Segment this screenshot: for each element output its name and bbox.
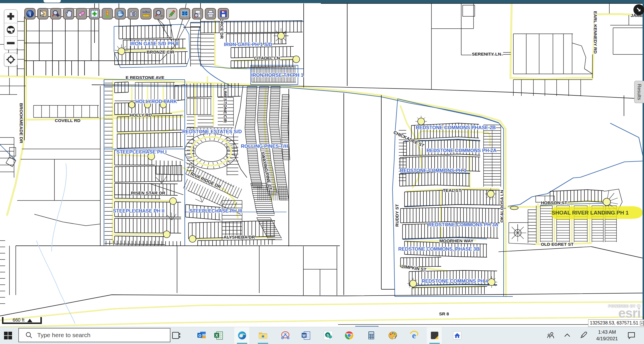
svg-text:HOLLY RD: HOLLY RD [129,113,152,117]
svg-text:REDSTONE COMMONS PHASE 2B: REDSTONE COMMONS PHASE 2B [416,125,496,130]
svg-text:OLD EGRET ST: OLD EGRET ST [541,242,574,247]
svg-text:OKALOOSA LN: OKALOOSA LN [499,190,504,223]
svg-text:ALYSHEBA DR: ALYSHEBA DR [223,235,255,239]
svg-text:XY: XY [160,15,163,17]
svg-text:EARL KENNEDY RD: EARL KENNEDY RD [593,11,598,54]
svg-text:HOBSON ST: HOBSON ST [541,200,568,205]
svg-text:REDSTONE COMMONS PH 1: REDSTONE COMMONS PH 1 [400,168,466,173]
svg-text:SR 8: SR 8 [439,311,449,316]
svg-text:?: ? [145,11,147,14]
svg-text:X: X [215,333,218,338]
svg-text:REDSTONE COMMONS PH 4: REDSTONE COMMONS PH 4 [422,278,488,284]
svg-text:HOLLYROD PARK: HOLLYROD PARK [135,99,177,104]
svg-text:REDSTONE COMMONS PH 3A: REDSTONE COMMONS PH 3A [428,222,498,227]
svg-text:E REDSTONE AVE: E REDSTONE AVE [126,75,164,80]
svg-text:REDSTONE ESTATES S/D: REDSTONE ESTATES S/D [182,129,242,134]
svg-text:MOORHEN WAY: MOORHEN WAY [439,238,474,243]
svg-text:REDSTONE COMMONS, PHASE 3B: REDSTONE COMMONS, PHASE 3B [398,246,480,252]
svg-text:TEAL ST: TEAL ST [443,188,462,193]
svg-text:BRONZE CIR: BRONZE CIR [147,50,174,54]
svg-text:IRON GATE PH 1 S/D: IRON GATE PH 1 S/D [224,42,272,47]
svg-text:SHOAL RIVER LANDING PH 1: SHOAL RIVER LANDING PH 1 [552,210,629,216]
svg-text:RUDDY ST: RUDDY ST [394,204,399,227]
svg-text:STEEPLECHASE PH II: STEEPLECHASE PH II [113,208,164,214]
svg-text:LIMESTONE CIR: LIMESTONE CIR [223,88,228,123]
svg-text:RISEN STAR DR: RISEN STAR DR [131,190,165,195]
svg-text:CITADEL LN: CITADEL LN [254,56,280,60]
svg-text:W: W [302,333,306,338]
svg-text:STEEPLECHASE PH III: STEEPLECHASE PH III [189,208,242,214]
svg-text:ROLLING PINES T/H: ROLLING PINES T/H [241,144,288,149]
svg-text:REDSTONE COMMONS PH 2A: REDSTONE COMMONS PH 2A [427,148,496,153]
svg-text:IRON HORSE T/H PH 1: IRON HORSE T/H PH 1 [251,72,303,78]
svg-text:SERENITY LN: SERENITY LN [472,52,501,56]
svg-text:i: i [29,11,31,17]
svg-text:COVELL RD: COVELL RD [55,118,80,123]
svg-text:BROOKMEADE DR: BROOKMEADE DR [19,103,24,143]
svg-text:STEEPLECHASE PH I: STEEPLECHASE PH I [117,149,167,155]
svg-text:IRON GATE S/D PH II: IRON GATE S/D PH II [130,41,178,46]
svg-text:O: O [198,333,201,338]
